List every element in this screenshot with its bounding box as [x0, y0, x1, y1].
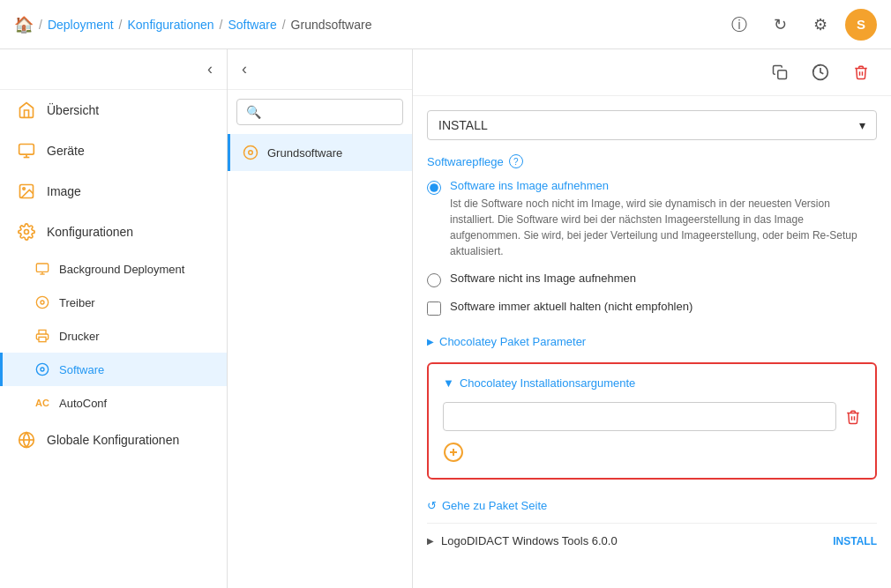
sidebar-item-treiber-label: Treiber	[59, 296, 95, 309]
middle-panel-header: ‹	[228, 49, 412, 90]
sidebar-item-software-label: Software	[59, 363, 104, 376]
svg-rect-11	[39, 337, 46, 341]
history-button[interactable]	[805, 56, 836, 88]
copy-icon	[772, 64, 788, 80]
choco-install-chevron: ▼	[443, 376, 454, 390]
breadcrumb-software[interactable]: Software	[228, 18, 276, 32]
right-content: INSTALL ▾ Softwarepflege ? Software ins …	[413, 96, 891, 588]
refresh-button[interactable]: ↻	[764, 9, 796, 41]
option-include-image-label: Software ins Image aufnehmen	[450, 179, 877, 192]
avatar-button[interactable]: S	[845, 9, 877, 41]
option-include-image: Software ins Image aufnehmen Ist die Sof…	[427, 179, 877, 259]
sidebar-item-geraete-label: Geräte	[47, 144, 85, 158]
args-input[interactable]	[443, 402, 836, 431]
sidebar-item-globale-konfigurationen[interactable]: Globale Konfigurationen	[0, 420, 227, 460]
konfigurationen-icon	[17, 222, 36, 242]
option-not-include-image: Software nicht ins Image aufnehmen	[427, 272, 877, 287]
svg-rect-0	[19, 145, 34, 155]
goto-link[interactable]: ↺ Gehe zu Paket Seite	[427, 492, 877, 519]
args-row	[443, 402, 861, 431]
option-not-include-image-label: Software nicht ins Image aufnehmen	[450, 272, 636, 285]
svg-point-5	[25, 230, 29, 234]
home-icon[interactable]: 🏠	[14, 15, 34, 34]
breadcrumb: 🏠 / Deployment / Konfigurationen / Softw…	[14, 15, 371, 34]
printer-icon	[34, 328, 50, 344]
image-icon	[17, 182, 36, 201]
args-delete-icon	[845, 409, 861, 425]
sidebar-item-geraete[interactable]: Geräte	[0, 130, 227, 171]
search-box[interactable]: 🔍	[236, 99, 403, 125]
software-options: Software ins Image aufnehmen Ist die Sof…	[427, 179, 877, 316]
breadcrumb-sep-2: /	[119, 18, 123, 32]
logo-row-chevron[interactable]: ▶	[427, 536, 434, 546]
logo-install-badge[interactable]: INSTALL	[833, 535, 877, 547]
logo-row-left: ▶ LogoDIDACT Windows Tools 6.0.0	[427, 534, 618, 547]
breadcrumb-konfigurationen[interactable]: Konfigurationen	[127, 18, 213, 32]
svg-rect-18	[778, 71, 787, 79]
svg-point-12	[36, 363, 48, 375]
choco-paket-section: ▶ Chocolatey Paket Parameter	[427, 330, 877, 354]
choco-paket-chevron: ▶	[427, 337, 434, 346]
middle-back-button[interactable]: ‹	[238, 56, 251, 82]
right-toolbar	[413, 49, 891, 96]
sidebar-collapse-button[interactable]: ‹	[204, 56, 216, 82]
radio-include-image[interactable]	[427, 181, 441, 195]
sidebar-item-background-deployment[interactable]: Background Deployment	[0, 252, 227, 286]
search-icon: 🔍	[246, 105, 261, 119]
sidebar-item-image[interactable]: Image	[0, 171, 227, 212]
info-button[interactable]: ⓘ	[723, 9, 755, 41]
software-icon	[34, 361, 50, 377]
goto-label: Gehe zu Paket Seite	[442, 499, 547, 512]
svg-point-17	[249, 151, 253, 155]
choco-paket-header[interactable]: ▶ Chocolatey Paket Parameter	[427, 330, 877, 354]
home-nav-icon	[17, 100, 36, 120]
copy-button[interactable]	[764, 56, 796, 88]
svg-rect-6	[36, 264, 48, 272]
option-always-current-label: Software immer aktuell halten (nicht emp…	[450, 300, 693, 313]
sidebar-item-autoconf[interactable]: AC AutoConf	[0, 386, 227, 420]
choco-paket-label: Chocolatey Paket Parameter	[439, 335, 586, 348]
search-input[interactable]	[266, 106, 393, 119]
sidebar: ‹ Übersicht Geräte Image	[0, 49, 228, 588]
help-icon[interactable]: ?	[509, 154, 523, 168]
sidebar-item-drucker[interactable]: Drucker	[0, 319, 227, 353]
choco-install-label: Chocolatey Installationsargumente	[460, 376, 635, 390]
right-panel: INSTALL ▾ Softwarepflege ? Software ins …	[413, 49, 891, 588]
history-icon	[812, 63, 829, 81]
globe-icon	[17, 430, 36, 450]
choco-install-header[interactable]: ▼ Chocolatey Installationsargumente	[443, 376, 861, 390]
header: 🏠 / Deployment / Konfigurationen / Softw…	[0, 0, 891, 49]
add-icon	[443, 442, 464, 463]
install-dropdown[interactable]: INSTALL ▾	[427, 110, 877, 140]
sidebar-item-uebersicht[interactable]: Übersicht	[0, 90, 227, 130]
breadcrumb-sep-4: /	[282, 18, 286, 32]
sidebar-sub-nav: Background Deployment Treiber Drucker	[0, 252, 227, 420]
header-actions: ⓘ ↻ ⚙ S	[723, 9, 877, 41]
sidebar-item-software[interactable]: Software	[0, 353, 227, 386]
settings-button[interactable]: ⚙	[805, 9, 836, 41]
breadcrumb-deployment[interactable]: Deployment	[48, 18, 114, 32]
breadcrumb-current: Grundsoftware	[291, 18, 372, 32]
info-icon: ⓘ	[731, 14, 747, 35]
monitor-icon	[17, 141, 36, 160]
softwarepflege-label: Softwarepflege ?	[427, 154, 877, 168]
sidebar-item-konfigurationen-label: Konfigurationen	[47, 225, 133, 239]
sidebar-item-treiber[interactable]: Treiber	[0, 286, 227, 319]
app-body: ‹ Übersicht Geräte Image	[0, 49, 891, 588]
middle-item-grundsoftware[interactable]: Grundsoftware	[228, 134, 412, 171]
sidebar-item-autoconf-label: AutoConf	[59, 397, 107, 410]
logo-row-label: LogoDIDACT Windows Tools 6.0.0	[441, 534, 618, 547]
svg-point-4	[23, 188, 25, 190]
checkbox-always-current[interactable]	[427, 301, 441, 316]
sidebar-item-background-deployment-label: Background Deployment	[59, 263, 184, 276]
args-delete-button[interactable]	[845, 409, 861, 425]
refresh-icon: ↻	[774, 15, 787, 34]
disc-icon	[34, 294, 50, 310]
svg-point-10	[41, 301, 44, 304]
radio-not-include-image[interactable]	[427, 273, 441, 287]
chevron-down-icon: ▾	[859, 118, 865, 132]
add-arg-button[interactable]	[443, 442, 464, 463]
delete-button[interactable]	[845, 56, 877, 88]
sidebar-nav: Übersicht Geräte Image Konfigurationen	[0, 90, 227, 588]
sidebar-item-konfigurationen[interactable]: Konfigurationen	[0, 212, 227, 252]
